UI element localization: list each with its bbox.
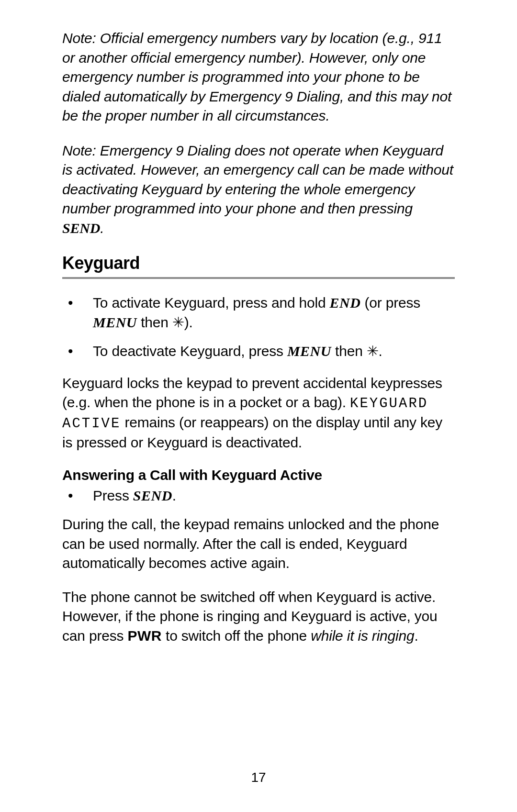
key-menu-1: MENU (93, 314, 137, 330)
list-item-press-send: Press SEND. (62, 486, 455, 506)
page-number: 17 (0, 770, 517, 785)
switchoff-post: . (415, 628, 418, 644)
answer-call-list: Press SEND. (62, 486, 455, 506)
subheading-answering-call: Answering a Call with Keyguard Active (62, 467, 455, 483)
deactivate-pre: To deactivate Keyguard, press (93, 343, 287, 359)
keyguard-instructions-list: To activate Keyguard, press and hold END… (62, 293, 455, 361)
press-send-pre: Press (93, 488, 133, 503)
during-call-para: During the call, the keypad remains unlo… (62, 515, 455, 573)
list-item-deactivate: To deactivate Keyguard, press MENU then … (62, 342, 455, 361)
list-item-activate: To activate Keyguard, press and hold END… (62, 293, 455, 332)
heading-keyguard: Keyguard (62, 253, 455, 273)
activate-mid: (or press (360, 295, 420, 311)
deactivate-post: then ✳. (331, 343, 382, 359)
note2-post: . (100, 220, 104, 236)
key-menu-2: MENU (287, 343, 331, 359)
note-emergency-numbers: Note: Official emergency numbers vary by… (62, 29, 455, 126)
note2-pre: Note: Emergency 9 Dialing does not opera… (62, 143, 453, 217)
key-pwr: PWR (127, 628, 162, 644)
switch-off-para: The phone cannot be switched off when Ke… (62, 588, 455, 646)
key-send: SEND (62, 220, 100, 236)
switchoff-ital: while it is ringing (311, 628, 414, 644)
key-send-2: SEND (133, 488, 172, 503)
key-end: END (330, 295, 361, 311)
switchoff-mid: to switch off the phone (162, 628, 311, 644)
keyguard-description: Keyguard locks the keypad to prevent acc… (62, 374, 455, 453)
press-send-post: . (172, 488, 176, 503)
activate-pre: To activate Keyguard, press and hold (93, 295, 330, 311)
activate-post: then ✳). (137, 314, 193, 330)
note-emergency-dialing-keyguard: Note: Emergency 9 Dialing does not opera… (62, 141, 455, 238)
section-rule (62, 277, 455, 279)
